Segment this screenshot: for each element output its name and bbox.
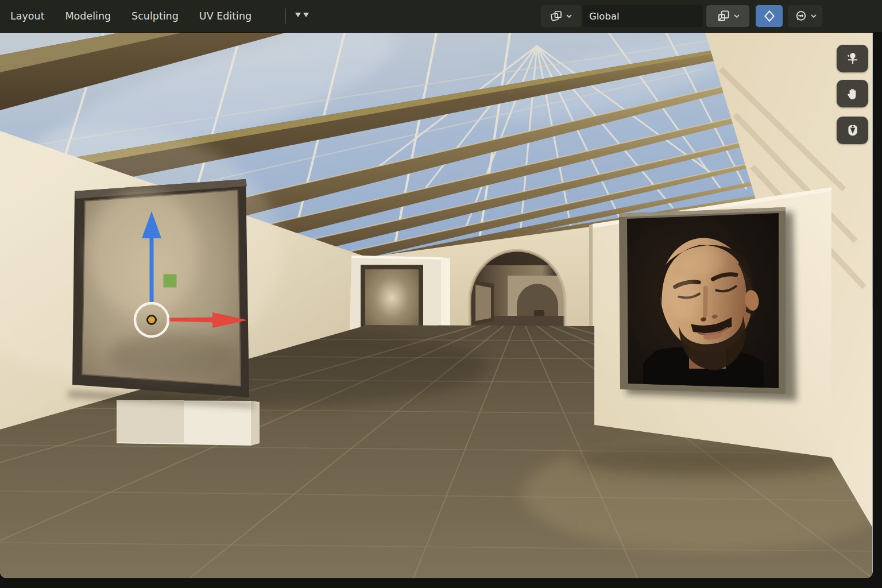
overlapping-squares-icon: [550, 9, 563, 23]
overlapping-squares-arrow-icon: [716, 9, 731, 24]
transform-pivot-dropdown[interactable]: [541, 5, 581, 27]
down-triangle-icon: [295, 13, 301, 17]
left-painting[interactable]: [68, 179, 255, 408]
blender-window: Layout Modeling Sculpting UV Editing Glo…: [0, 0, 882, 588]
transform-orientation-dropdown[interactable]: Global: [583, 5, 703, 27]
tab-layout[interactable]: Layout: [10, 10, 45, 22]
workspace-tabs: Layout Modeling Sculpting UV Editing: [10, 0, 272, 32]
gizmo-y-handle[interactable]: [164, 274, 177, 288]
chevron-down-icon: [810, 14, 817, 18]
camera-icon: [845, 123, 860, 138]
tab-modeling[interactable]: Modeling: [65, 10, 111, 22]
camera-view-button[interactable]: [837, 117, 868, 144]
zoom-button[interactable]: [837, 45, 868, 72]
left-painting-plinth: [117, 400, 260, 446]
zoom-tool-icon: [845, 51, 860, 66]
circle-arrow-icon: [794, 9, 808, 24]
pan-button[interactable]: [837, 80, 868, 107]
tab-uv-editing[interactable]: UV Editing: [199, 10, 252, 22]
tab-separator: [285, 9, 286, 24]
diamond-icon: [762, 9, 777, 24]
gizmo-center-dot[interactable]: [148, 316, 156, 324]
hand-icon: [845, 86, 860, 102]
workspace-overflow-button[interactable]: [295, 13, 309, 17]
3d-viewport[interactable]: [0, 33, 873, 578]
gizmo-z-arrow[interactable]: [150, 237, 154, 304]
chevron-down-icon: [733, 14, 740, 18]
proportional-falloff-dropdown[interactable]: [788, 5, 822, 27]
gallery-scene: [0, 33, 873, 578]
topbar: Layout Modeling Sculpting UV Editing Glo…: [0, 0, 882, 32]
portrait-painting[interactable]: [619, 207, 796, 401]
snapping-dropdown[interactable]: [706, 5, 749, 27]
chevron-down-icon: [566, 14, 572, 18]
tab-sculpting[interactable]: Sculpting: [131, 10, 179, 22]
proportional-editing-toggle[interactable]: [756, 5, 783, 27]
down-triangle-icon: [303, 13, 309, 17]
